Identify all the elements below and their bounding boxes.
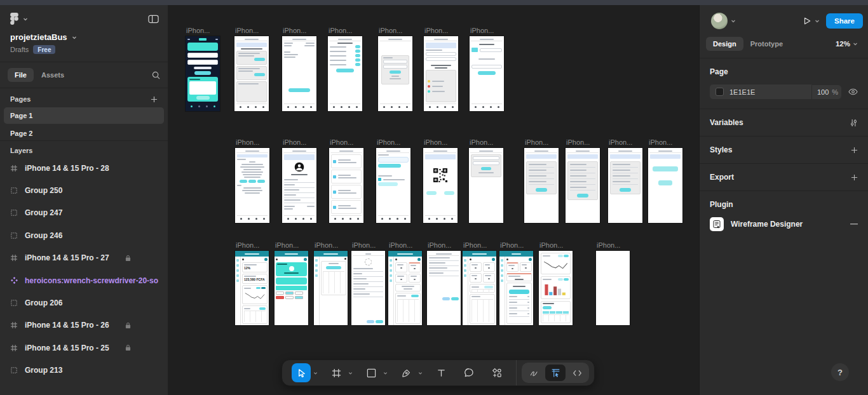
canvas-frame[interactable]: iPhon... xyxy=(499,251,533,325)
canvas-frame[interactable]: iPhon... xyxy=(282,148,316,223)
canvas-frame[interactable]: iPhon... xyxy=(376,148,410,223)
layer-item[interactable]: iPhone 14 & 15 Pro - 28 xyxy=(0,157,168,179)
frame-tool-menu-chevron-icon[interactable] xyxy=(348,371,353,375)
lock-icon[interactable] xyxy=(125,344,131,351)
frame-title[interactable]: iPhon... xyxy=(470,27,494,34)
canvas-frame[interactable]: iPhon... xyxy=(539,251,573,325)
frame-title[interactable]: iPhon... xyxy=(566,138,590,146)
canvas-frame[interactable]: iPhon...12%123,580 FCFA xyxy=(235,251,269,325)
frame-title[interactable]: iPhon... xyxy=(315,241,338,249)
adjustments-icon[interactable] xyxy=(850,119,858,127)
collapse-panel-icon[interactable] xyxy=(148,15,159,23)
layer-item[interactable]: Group 250 xyxy=(0,179,168,201)
frame-title[interactable]: iPhon... xyxy=(470,138,493,146)
frame-title[interactable]: iPhon... xyxy=(235,27,259,34)
page-color-field[interactable]: 1E1E1E xyxy=(710,84,811,99)
canvas-frame[interactable]: iPhon... xyxy=(463,251,496,325)
section-export[interactable]: Export xyxy=(710,173,851,182)
canvas-frame[interactable]: iPhon... xyxy=(234,36,269,111)
tab-assets[interactable]: Assets xyxy=(36,68,69,82)
avatar[interactable] xyxy=(711,13,728,29)
canvas-frame[interactable]: iPhon... xyxy=(388,251,422,325)
frame-title[interactable]: iPhon... xyxy=(352,241,376,249)
canvas-frame[interactable]: iPhon... xyxy=(235,148,269,223)
frame-tool-button[interactable] xyxy=(327,363,346,382)
main-menu-chevron-icon[interactable] xyxy=(23,17,28,22)
frame-title[interactable]: iPhon... xyxy=(283,27,306,34)
add-style-plus-icon[interactable] xyxy=(851,147,858,154)
add-export-plus-icon[interactable] xyxy=(851,174,858,181)
frame-title[interactable]: iPhon... xyxy=(424,138,447,146)
canvas-frame[interactable]: iPhon... xyxy=(469,148,503,223)
canvas-frame[interactable]: iPhon... xyxy=(470,36,504,111)
page-item-1[interactable]: Page 1 xyxy=(4,107,164,124)
tab-file[interactable]: File xyxy=(8,68,34,82)
lock-icon[interactable] xyxy=(125,322,131,329)
section-variables[interactable]: Variables xyxy=(710,118,850,127)
canvas-frame[interactable]: iPhon... xyxy=(314,251,348,325)
share-button[interactable]: Share xyxy=(826,13,863,29)
frame-title[interactable]: iPhon... xyxy=(236,241,259,249)
comment-tool-button[interactable] xyxy=(459,363,478,382)
move-tool-menu-chevron-icon[interactable] xyxy=(313,371,318,375)
layer-item[interactable]: Group 213 xyxy=(0,359,168,382)
layer-item[interactable]: iPhone 14 & 15 Pro - 27 xyxy=(0,247,168,269)
help-button[interactable]: ? xyxy=(831,363,849,381)
dev-mode-toggle[interactable] xyxy=(545,365,566,381)
page-color-swatch[interactable] xyxy=(715,88,724,96)
search-icon[interactable] xyxy=(152,71,160,79)
tab-design[interactable]: Design xyxy=(706,37,743,51)
frame-title[interactable]: iPhon... xyxy=(186,27,210,34)
figma-logo-icon[interactable] xyxy=(10,13,18,25)
lock-icon[interactable] xyxy=(125,255,131,262)
canvas[interactable]: iPhon...iPhon...iPhon...iPhon...iPhon...… xyxy=(168,5,699,395)
remove-plugin-minus-icon[interactable] xyxy=(850,224,858,225)
present-menu-chevron-icon[interactable] xyxy=(815,18,820,23)
frame-title[interactable]: iPhon... xyxy=(330,138,353,146)
canvas-frame[interactable]: iPhon... xyxy=(424,36,458,111)
frame-title[interactable]: iPhon... xyxy=(379,27,402,34)
file-title[interactable]: projetzietaBus xyxy=(10,32,67,42)
canvas-frame[interactable]: iPhon... xyxy=(275,251,308,325)
canvas-frame[interactable]: iPhon... xyxy=(648,148,682,223)
frame-title[interactable]: iPhon... xyxy=(597,241,620,249)
pen-tool-menu-chevron-icon[interactable] xyxy=(418,371,423,375)
frame-title[interactable]: iPhon... xyxy=(525,138,548,146)
frame-title[interactable]: iPhon... xyxy=(424,27,448,34)
canvas-frame[interactable]: iPhon... xyxy=(423,148,458,223)
page-visibility-eye-icon[interactable] xyxy=(848,88,858,95)
file-menu-chevron-icon[interactable] xyxy=(72,35,77,40)
canvas-frame[interactable]: iPhon... xyxy=(608,148,642,223)
canvas-frame[interactable]: iPhon... xyxy=(328,36,362,111)
actions-tool-button[interactable] xyxy=(487,363,506,382)
canvas-frame[interactable]: iPhon... xyxy=(596,251,630,325)
canvas-frame[interactable]: iPhon... xyxy=(282,36,316,111)
canvas-frame[interactable]: iPhon... xyxy=(186,36,220,111)
file-location[interactable]: Drafts xyxy=(10,46,29,53)
shape-tool-menu-chevron-icon[interactable] xyxy=(383,371,388,375)
add-page-icon[interactable] xyxy=(151,96,158,103)
frame-title[interactable]: iPhon... xyxy=(283,138,306,146)
frame-title[interactable]: iPhon... xyxy=(463,241,487,249)
frame-title[interactable]: iPhon... xyxy=(649,138,672,146)
layer-item[interactable]: iPhone 14 & 15 Pro - 25 xyxy=(0,337,168,359)
frame-title[interactable]: iPhon... xyxy=(236,138,259,146)
present-icon[interactable] xyxy=(803,17,811,25)
draw-mode-toggle[interactable] xyxy=(524,365,544,381)
text-tool-button[interactable] xyxy=(431,363,451,382)
section-styles[interactable]: Styles xyxy=(710,145,851,154)
shape-tool-button[interactable] xyxy=(362,363,381,382)
frame-title[interactable]: iPhon... xyxy=(500,241,524,249)
page-item-2[interactable]: Page 2 xyxy=(4,125,164,140)
page-color-hex[interactable]: 1E1E1E xyxy=(729,88,755,96)
code-mode-toggle[interactable] xyxy=(567,365,587,381)
frame-title[interactable]: iPhon... xyxy=(329,27,352,34)
frame-title[interactable]: iPhon... xyxy=(389,241,412,249)
canvas-frame[interactable]: iPhon... xyxy=(351,251,385,325)
layer-item[interactable]: heroicons:wrench-screwdriver-20-so xyxy=(0,269,168,291)
tab-prototype[interactable]: Prototype xyxy=(745,37,788,51)
layer-item[interactable]: Group 247 xyxy=(0,202,168,224)
account-chevron-icon[interactable] xyxy=(731,18,736,23)
frame-title[interactable]: iPhon... xyxy=(428,241,451,249)
canvas-frame[interactable]: iPhon... xyxy=(524,148,559,223)
